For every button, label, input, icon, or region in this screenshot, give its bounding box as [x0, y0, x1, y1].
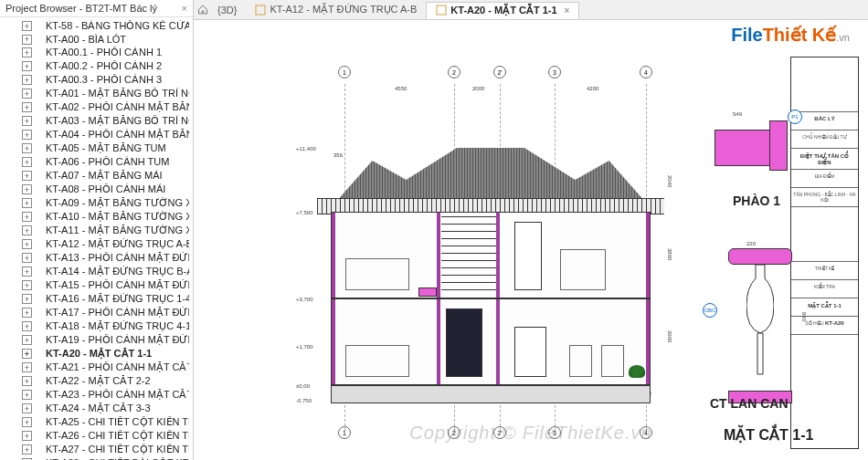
expand-icon[interactable]: + — [22, 417, 32, 427]
expand-icon[interactable]: + — [22, 294, 32, 304]
tree-item[interactable]: +KT-A07 - MẶT BẰNG MÁI — [0, 169, 193, 183]
expand-icon[interactable]: + — [22, 171, 32, 181]
tree-item[interactable]: +KT-A21 - PHỐI CẢNH MẶT CẮT 1- — [0, 361, 193, 374]
tree-item-label: KT-A23 - PHỐI CẢNH MẶT CẮT 2-2 — [46, 389, 189, 401]
expand-icon[interactable]: + — [22, 225, 32, 235]
tree-item[interactable]: +KT-A00.1 - PHỐI CẢNH 1 — [0, 46, 193, 59]
expand-icon[interactable]: + — [22, 253, 32, 263]
tree-item[interactable]: +KT-A00 - BÌA LÓT — [0, 33, 193, 46]
expand-icon[interactable]: + — [22, 321, 32, 331]
tree-item[interactable]: +KT-A16 - MẶT ĐỨNG TRỤC 1-4 — [0, 292, 193, 306]
sheet-icon — [436, 5, 447, 16]
grid-bubble: 3 — [548, 66, 561, 78]
project-tree[interactable]: +KT-58 - BẢNG THỐNG KÊ CỬA ĐI -+KT-A00 -… — [0, 17, 193, 460]
tree-item[interactable]: +KT-A15 - PHỐI CẢNH MẶT ĐỨNG TR — [0, 278, 193, 292]
tree-item[interactable]: +KT-A11 - MẶT BẰNG TƯỜNG XÂY T — [0, 224, 193, 237]
expand-icon[interactable]: + — [22, 444, 32, 455]
wall — [496, 213, 500, 298]
wall — [332, 213, 335, 298]
tree-item-label: KT-A27 - CHI TIẾT CỘT KIẾN TRÚC K — [46, 444, 189, 455]
stairs — [441, 216, 496, 295]
panel-close-icon[interactable]: × — [182, 3, 187, 14]
tree-item[interactable]: +KT-A10 - MẶT BẰNG TƯỜNG XÂY T — [0, 210, 193, 224]
expand-icon[interactable]: + — [22, 376, 32, 386]
expand-icon[interactable]: + — [22, 89, 32, 99]
tree-item-label: KT-A20 - MẶT CẮT 1-1 — [46, 348, 152, 360]
expand-icon[interactable]: + — [22, 280, 32, 290]
grid-bubble: 2 — [448, 66, 460, 78]
tree-item[interactable]: +KT-A17 - PHỐI CẢNH MẶT ĐỨNG TR — [0, 306, 193, 319]
dim-text: 220 — [746, 241, 756, 246]
tree-item[interactable]: +KT-A02 - PHỐI CẢNH MẶT BẰNG B — [0, 100, 193, 114]
expand-icon[interactable]: + — [22, 267, 32, 277]
view-tab[interactable]: KT-A12 - MẶT ĐỨNG TRỤC A-B — [246, 2, 426, 18]
tree-item[interactable]: +KT-A03 - MẶT BẰNG BỐ TRÍ NỘI TH — [0, 114, 193, 128]
level-mark: ±0,00 — [296, 383, 310, 389]
tree-item[interactable]: +KT-A01 - MẶT BẰNG BỐ TRÍ NỘI TH — [0, 87, 193, 100]
tree-item[interactable]: +KT-A06 - PHỐI CẢNH TUM — [0, 155, 193, 169]
expand-icon[interactable]: + — [22, 47, 32, 58]
level-mark: +1,700 — [296, 344, 313, 350]
expand-icon[interactable]: + — [22, 212, 32, 222]
expand-icon[interactable]: + — [22, 362, 32, 372]
expand-icon[interactable]: + — [22, 157, 32, 167]
tree-item[interactable]: +KT-A04 - PHỐI CẢNH MẶT BẰNG B — [0, 128, 193, 141]
expand-icon[interactable]: + — [22, 116, 32, 126]
tree-item[interactable]: +KT-A26 - CHI TIẾT CỘT KIẾN TRÚC K — [0, 429, 193, 443]
expand-icon[interactable]: + — [22, 403, 32, 413]
tab-label: KT-A12 - MẶT ĐỨNG TRỤC A-B — [270, 4, 417, 16]
expand-icon[interactable]: + — [22, 21, 32, 31]
expand-icon[interactable]: + — [22, 61, 32, 71]
detail-title: PHÀO 1 — [733, 193, 780, 208]
tree-item[interactable]: +KT-A05 - MẶT BẰNG TUM — [0, 141, 193, 155]
expand-icon[interactable]: + — [22, 35, 32, 45]
expand-icon[interactable]: + — [22, 184, 32, 194]
expand-icon[interactable]: + — [22, 390, 32, 400]
tab-label: KT-A20 - MẶT CẮT 1-1 — [450, 5, 556, 16]
expand-icon[interactable]: + — [22, 130, 32, 140]
expand-icon[interactable]: + — [22, 143, 32, 153]
expand-icon[interactable]: + — [22, 335, 32, 345]
callout-p1: P1 — [788, 110, 802, 124]
furniture-chair — [569, 345, 592, 377]
tree-item[interactable]: +KT-A24 - MẶT CẮT 3-3 — [0, 402, 193, 415]
tree-item[interactable]: +KT-A12 - MẶT ĐỨNG TRỤC A-B — [0, 237, 193, 251]
tree-item[interactable]: +KT-A25 - CHI TIẾT CỘT KIẾN TRÚC K — [0, 415, 193, 429]
tree-item[interactable]: +KT-A09 - MẶT BẰNG TƯỜNG XÂY T — [0, 196, 193, 210]
expand-icon[interactable]: + — [22, 102, 32, 112]
expand-icon[interactable]: + — [22, 431, 32, 441]
wall — [437, 299, 440, 384]
tree-item[interactable]: +KT-A13 - PHỐI CẢNH MẶT ĐỨNG TR — [0, 251, 193, 265]
tree-item[interactable]: +KT-A00.3 - PHỐI CẢNH 3 — [0, 73, 193, 87]
tree-item-label: KT-A25 - CHI TIẾT CỘT KIẾN TRÚC K — [46, 416, 189, 428]
svg-rect-1 — [437, 5, 446, 15]
expand-icon[interactable]: + — [22, 349, 32, 359]
expand-icon[interactable]: + — [22, 239, 32, 249]
tree-item[interactable]: +KT-A19 - PHỐI CẢNH MẶT ĐỨNG T — [0, 333, 193, 347]
tree-item[interactable]: +KT-58 - BẢNG THỐNG KÊ CỬA ĐI - — [0, 19, 193, 33]
tree-item[interactable]: +KT-A22 - MẶT CẮT 2-2 — [0, 374, 193, 388]
expand-icon[interactable]: + — [22, 198, 32, 208]
tree-item[interactable]: +KT-A23 - PHỐI CẢNH MẶT CẮT 2-2 — [0, 388, 193, 402]
view-tabbar: {3D}KT-A12 - MẶT ĐỨNG TRỤC A-BKT-A20 - M… — [194, 0, 868, 20]
tree-item[interactable]: +KT-A20 - MẶT CẮT 1-1 — [0, 347, 193, 361]
expand-icon[interactable]: + — [22, 75, 32, 85]
expand-icon[interactable]: + — [22, 308, 32, 318]
view-tab[interactable]: KT-A20 - MẶT CẮT 1-1× — [426, 2, 579, 19]
tree-item[interactable]: +KT-A14 - MẶT ĐỨNG TRỤC B-A — [0, 265, 193, 278]
tree-item[interactable]: +KT-A28 - CHI TIẾT ĐÀI CỘT KT2 VÀ — [0, 456, 193, 460]
tree-item[interactable]: +KT-A18 - MẶT ĐỨNG TRỤC 4-1 — [0, 319, 193, 333]
home-tab-icon[interactable] — [197, 5, 208, 16]
drawing-canvas[interactable]: FileThiết Kế.vn BÁC LÝ CHỦ NHIỆM ĐẦU TƯ … — [194, 20, 868, 460]
view-tab[interactable]: {3D} — [208, 2, 246, 18]
grid-bubble: 1 — [338, 66, 351, 78]
tab-close-icon[interactable]: × — [565, 5, 570, 16]
detail-title: CT LAN CAN — [710, 396, 789, 411]
tree-item-label: KT-A15 - PHỐI CẢNH MẶT ĐỨNG TR — [46, 279, 189, 291]
door — [514, 222, 542, 290]
tree-item[interactable]: +KT-A27 - CHI TIẾT CỘT KIẾN TRÚC K — [0, 443, 193, 456]
tree-item-label: KT-A04 - PHỐI CẢNH MẶT BẰNG B — [46, 129, 189, 141]
tree-item[interactable]: +KT-A08 - PHỐI CẢNH MÁI — [0, 183, 193, 196]
plinth — [331, 385, 651, 403]
tree-item[interactable]: +KT-A00.2 - PHỐI CẢNH 2 — [0, 59, 193, 73]
